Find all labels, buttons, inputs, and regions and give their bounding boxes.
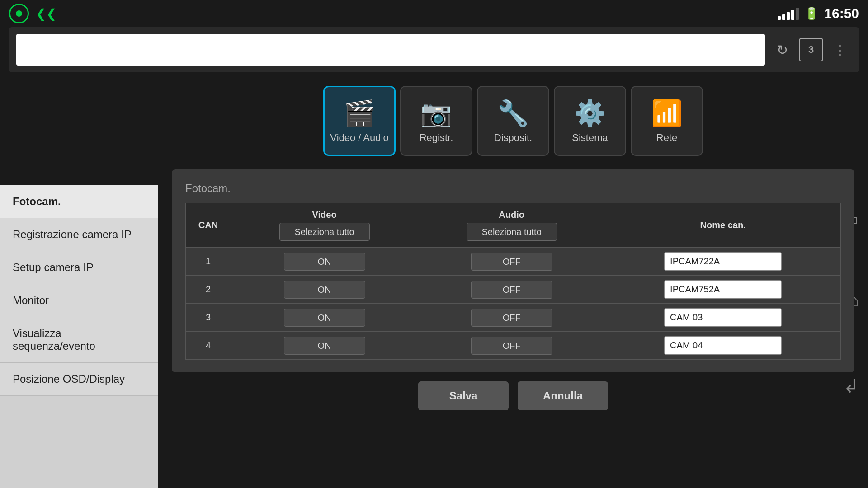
row3-nome-input[interactable] xyxy=(664,308,782,327)
row1-audio-select[interactable]: OFF ON xyxy=(471,253,552,271)
sidebar-item-setup[interactable]: Setup camera IP xyxy=(0,251,158,284)
status-right: 🔋 16:50 xyxy=(778,6,859,21)
video-select-all[interactable]: Seleziona tutto xyxy=(279,223,370,241)
time-display: 16:50 xyxy=(824,6,859,21)
nav-registr-label: Registr. xyxy=(420,132,453,144)
fotocam-table: CAN Video Seleziona tutto Audio Selezion… xyxy=(185,203,841,360)
sidebar: Fotocam. Registrazione camera IP Setup c… xyxy=(0,185,158,488)
nav-video-audio-label: Video / Audio xyxy=(330,132,388,144)
sidebar-item-monitor[interactable]: Monitor xyxy=(0,284,158,317)
top-nav: 🎬 Video / Audio 📷 Registr. 🔧 Disposit. ⚙… xyxy=(172,86,854,156)
table-row: 1 ON OFF OFF ON xyxy=(186,248,841,276)
row1-nome xyxy=(605,248,841,276)
nav-sistema-label: Sistema xyxy=(572,132,608,144)
disposit-icon: 🔧 xyxy=(497,99,529,128)
menu-button[interactable]: ⋮ xyxy=(828,38,852,61)
registr-icon: 📷 xyxy=(420,99,452,128)
row4-nome xyxy=(605,332,841,360)
reload-button[interactable]: ↻ xyxy=(770,38,794,61)
row3-can: 3 xyxy=(186,304,231,332)
audio-select-all[interactable]: Seleziona tutto xyxy=(467,223,557,241)
row1-audio: OFF ON xyxy=(418,248,605,276)
row2-video-select[interactable]: ON OFF xyxy=(284,281,365,299)
save-button[interactable]: Salva xyxy=(418,381,509,410)
header-audio-label: Audio xyxy=(425,210,598,220)
content-panel: 🎬 Video / Audio 📷 Registr. 🔧 Disposit. ⚙… xyxy=(158,77,868,488)
bottom-buttons: Salva Annulla xyxy=(172,381,854,410)
battery-icon: 🔋 xyxy=(804,7,819,21)
rete-icon: 📶 xyxy=(651,99,683,128)
nav-rete-label: Rete xyxy=(656,132,677,144)
status-bar: ❮❮ 🔋 16:50 xyxy=(0,0,868,27)
nav-disposit[interactable]: 🔧 Disposit. xyxy=(477,86,549,156)
signal-bar-3 xyxy=(787,12,790,20)
table-row: 3 ON OFF OFF ON xyxy=(186,304,841,332)
sidebar-item-visualizza[interactable]: Visualizza sequenza/evento xyxy=(0,317,158,363)
row1-video-select[interactable]: ON OFF xyxy=(284,253,365,271)
header-video-label: Video xyxy=(238,210,410,220)
row2-nome-input[interactable] xyxy=(664,280,782,299)
sistema-icon: ⚙️ xyxy=(574,99,606,128)
row4-audio: OFF ON xyxy=(418,332,605,360)
header-nome-can: Nome can. xyxy=(605,203,841,248)
row4-audio-select[interactable]: OFF ON xyxy=(471,337,552,355)
signal-bar-5 xyxy=(796,8,799,20)
nav-rete[interactable]: 📶 Rete xyxy=(631,86,703,156)
sidebar-item-registrazione[interactable]: Registrazione camera IP xyxy=(0,218,158,251)
signal-bars xyxy=(778,7,799,20)
row4-nome-input[interactable] xyxy=(664,336,782,355)
row1-video: ON OFF xyxy=(231,248,418,276)
row2-can: 2 xyxy=(186,276,231,304)
app-icon xyxy=(9,4,29,23)
chevron-icon: ❮❮ xyxy=(36,6,57,21)
row3-audio: OFF ON xyxy=(418,304,605,332)
main-content: Fotocam. Registrazione camera IP Setup c… xyxy=(0,77,868,488)
row3-audio-select[interactable]: OFF ON xyxy=(471,309,552,327)
table-row: 4 ON OFF OFF ON xyxy=(186,332,841,360)
nav-sistema[interactable]: ⚙️ Sistema xyxy=(554,86,626,156)
table-container: Fotocam. CAN Video Seleziona tutto Audio xyxy=(172,169,854,372)
cancel-button[interactable]: Annulla xyxy=(518,381,608,410)
row3-video: ON OFF xyxy=(231,304,418,332)
header-video: Video Seleziona tutto xyxy=(231,203,418,248)
browser-bar: ↻ 3 ⋮ xyxy=(9,27,859,72)
signal-bar-4 xyxy=(791,10,794,20)
video-audio-icon: 🎬 xyxy=(344,99,375,128)
url-area[interactable] xyxy=(16,34,765,66)
row3-nome xyxy=(605,304,841,332)
sidebar-item-posizione[interactable]: Posizione OSD/Display xyxy=(0,363,158,396)
table-row: 2 ON OFF OFF ON xyxy=(186,276,841,304)
table-title: Fotocam. xyxy=(185,182,841,195)
signal-bar-1 xyxy=(778,16,781,20)
status-left: ❮❮ xyxy=(9,4,57,23)
row4-video-select[interactable]: ON OFF xyxy=(284,337,365,355)
tabs-button[interactable]: 3 xyxy=(799,38,823,61)
nav-disposit-label: Disposit. xyxy=(494,132,532,144)
row2-nome xyxy=(605,276,841,304)
header-can: CAN xyxy=(186,203,231,248)
sidebar-item-fotocam[interactable]: Fotocam. xyxy=(0,185,158,218)
signal-bar-2 xyxy=(782,14,785,20)
nav-registr[interactable]: 📷 Registr. xyxy=(400,86,472,156)
row2-video: ON OFF xyxy=(231,276,418,304)
nav-video-audio[interactable]: 🎬 Video / Audio xyxy=(323,86,396,156)
row4-video: ON OFF xyxy=(231,332,418,360)
row2-audio-select[interactable]: OFF ON xyxy=(471,281,552,299)
header-audio: Audio Seleziona tutto xyxy=(418,203,605,248)
row1-can: 1 xyxy=(186,248,231,276)
row3-video-select[interactable]: ON OFF xyxy=(284,309,365,327)
row2-audio: OFF ON xyxy=(418,276,605,304)
row1-nome-input[interactable] xyxy=(664,252,782,271)
row4-can: 4 xyxy=(186,332,231,360)
